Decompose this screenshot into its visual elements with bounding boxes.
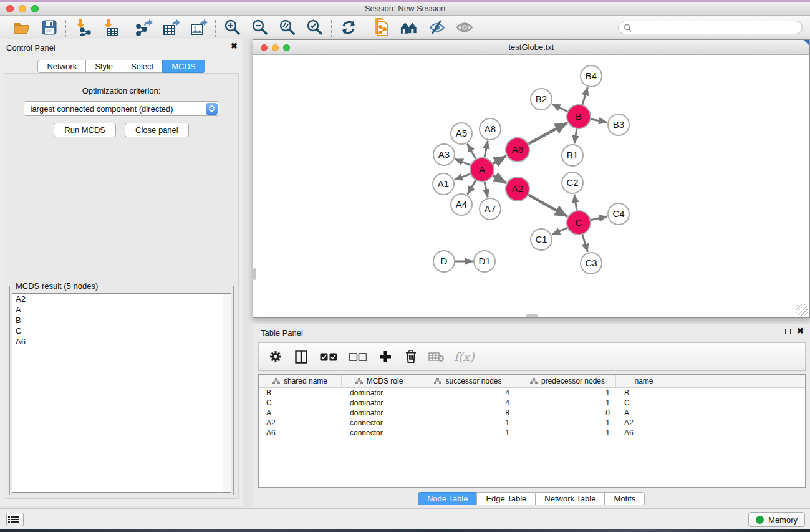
task-history-list-button[interactable]	[6, 513, 24, 526]
graph-edge-C-C4[interactable]	[591, 216, 607, 220]
graph-node-B[interactable]: B	[567, 105, 591, 128]
create-column-plus-icon[interactable]	[377, 349, 393, 365]
graph-node-C[interactable]: C	[567, 211, 591, 235]
zoom-window-button[interactable]	[31, 5, 39, 12]
show-all-columns-icon[interactable]	[319, 349, 339, 365]
result-list-item[interactable]: B	[12, 315, 231, 326]
network-window-titlebar[interactable]: testGlobe.txt	[253, 40, 809, 55]
float-panel-icon[interactable]	[785, 329, 791, 334]
zoom-in-icon[interactable]	[223, 18, 242, 37]
horizontal-scroll-thumb[interactable]	[526, 314, 538, 317]
table-row[interactable]: Adominator80A	[259, 408, 805, 418]
graph-node-D[interactable]: D	[433, 251, 455, 272]
graph-node-A8[interactable]: A8	[480, 118, 501, 140]
result-list-item[interactable]: C	[12, 326, 231, 336]
tab-edge-table[interactable]: Edge Table	[476, 492, 536, 505]
new-network-from-selection-icon[interactable]	[372, 18, 392, 37]
graph-edge-A-A1[interactable]	[455, 174, 470, 180]
graph-edge-A2-C[interactable]	[529, 195, 567, 216]
close-window-button[interactable]	[6, 5, 14, 12]
open-session-icon[interactable]	[12, 18, 31, 37]
save-session-icon[interactable]	[39, 18, 59, 37]
table-row[interactable]: A6connector11A6	[259, 428, 805, 438]
result-list-scrollbar[interactable]	[223, 294, 231, 492]
show-all-eye-icon[interactable]	[455, 18, 474, 37]
memory-button[interactable]: Memory	[748, 512, 805, 527]
graph-node-A2[interactable]: A2	[506, 177, 529, 201]
result-list-item[interactable]: A2	[12, 294, 231, 304]
graph-edge-C-C1[interactable]	[552, 228, 567, 235]
graph-node-C4[interactable]: C4	[608, 203, 629, 225]
refresh-layout-icon[interactable]	[339, 18, 358, 37]
minimize-window-button[interactable]	[19, 5, 26, 12]
graph-node-C2[interactable]: C2	[562, 172, 583, 193]
function-builder-icon[interactable]: f(x)	[454, 350, 475, 364]
table-row[interactable]: Cdominator41C	[259, 398, 805, 408]
column-header-MCDS-role[interactable]: MCDS role	[342, 375, 417, 387]
graph-node-C1[interactable]: C1	[531, 229, 552, 250]
network-graph[interactable]: B4B2BB3A8A5A6B1A3AA1C2A2A4A7C4CC1C3DD1	[253, 56, 809, 318]
graph-node-A5[interactable]: A5	[451, 123, 472, 144]
search-field[interactable]	[618, 21, 803, 34]
tab-node-table[interactable]: Node Table	[418, 492, 478, 505]
graph-edge-C-C2[interactable]	[574, 195, 577, 210]
graph-node-B1[interactable]: B1	[562, 145, 583, 166]
tab-motifs[interactable]: Motifs	[604, 492, 645, 505]
graph-node-B3[interactable]: B3	[608, 114, 629, 135]
graph-node-B2[interactable]: B2	[531, 89, 552, 110]
close-panel-icon[interactable]: ✖	[231, 43, 238, 49]
network-canvas[interactable]: B4B2BB3A8A5A6B1A3AA1C2A2A4A7C4CC1C3DD1	[253, 56, 809, 317]
hide-selected-eye-slash-icon[interactable]	[427, 18, 446, 37]
import-network-icon[interactable]	[73, 18, 92, 37]
graph-node-B4[interactable]: B4	[581, 65, 602, 87]
zoom-out-icon[interactable]	[250, 18, 269, 37]
export-table-icon[interactable]	[162, 18, 181, 37]
graph-edge-A6-B[interactable]	[529, 123, 567, 143]
graph-edge-A-A3[interactable]	[455, 159, 471, 165]
graph-edge-A-A6[interactable]	[493, 156, 506, 163]
graph-edge-B-B3[interactable]	[591, 119, 607, 122]
zoom-selected-icon[interactable]	[305, 18, 324, 37]
graph-edge-A-A5[interactable]	[467, 144, 476, 159]
table-row[interactable]: A2connector11A2	[259, 418, 805, 428]
column-header-predecessor-nodes[interactable]: predecessor nodes	[519, 375, 616, 387]
close-panel-button[interactable]: Close panel	[125, 123, 189, 137]
window-resize-grip[interactable]	[796, 304, 808, 316]
select-columns-icon[interactable]	[293, 349, 309, 365]
delete-column-trash-icon[interactable]	[403, 349, 419, 365]
export-network-icon[interactable]	[134, 18, 153, 37]
graph-edge-A-A2[interactable]	[493, 176, 506, 183]
column-header-successor-nodes[interactable]: successor nodes	[417, 375, 519, 387]
graph-node-A1[interactable]: A1	[433, 173, 454, 195]
tab-network[interactable]: Network	[37, 60, 86, 73]
export-image-icon[interactable]	[189, 18, 208, 37]
graph-node-C3[interactable]: C3	[581, 253, 602, 274]
graph-edge-C-C3[interactable]	[582, 235, 588, 252]
run-mcds-button[interactable]: Run MCDS	[54, 123, 116, 137]
graph-edge-B-B2[interactable]	[552, 104, 567, 112]
network-minimize-button[interactable]	[272, 44, 279, 51]
tab-mcds[interactable]: MCDS	[162, 60, 205, 73]
zoom-fit-icon[interactable]	[277, 18, 297, 37]
graph-edge-A-A8[interactable]	[485, 141, 488, 158]
graph-edge-A-A7[interactable]	[485, 182, 488, 198]
graph-node-A6[interactable]: A6	[506, 138, 529, 162]
import-table-icon[interactable]	[100, 18, 120, 37]
delete-table-icon[interactable]	[428, 349, 445, 365]
vertical-scroll-thumb[interactable]	[253, 268, 256, 280]
graph-node-A[interactable]: A	[470, 158, 494, 181]
table-row[interactable]: Bdominator41B	[259, 388, 805, 398]
table-settings-gear-icon[interactable]	[268, 349, 284, 365]
optimization-criterion-dropdown[interactable]: largest connected component (directed)	[24, 101, 219, 116]
graph-edge-A-A4[interactable]	[468, 180, 476, 194]
network-zoom-button[interactable]	[283, 44, 290, 51]
close-panel-icon[interactable]: ✖	[797, 328, 804, 334]
tab-style[interactable]: Style	[85, 60, 122, 73]
search-input[interactable]	[635, 22, 797, 32]
first-neighbors-icon[interactable]	[400, 18, 419, 37]
graph-node-A4[interactable]: A4	[451, 194, 472, 215]
result-list-item[interactable]: A6	[12, 336, 231, 347]
column-header-shared-name[interactable]: shared name	[259, 375, 342, 387]
float-panel-icon[interactable]	[219, 44, 224, 49]
result-list-item[interactable]: A	[12, 304, 231, 315]
